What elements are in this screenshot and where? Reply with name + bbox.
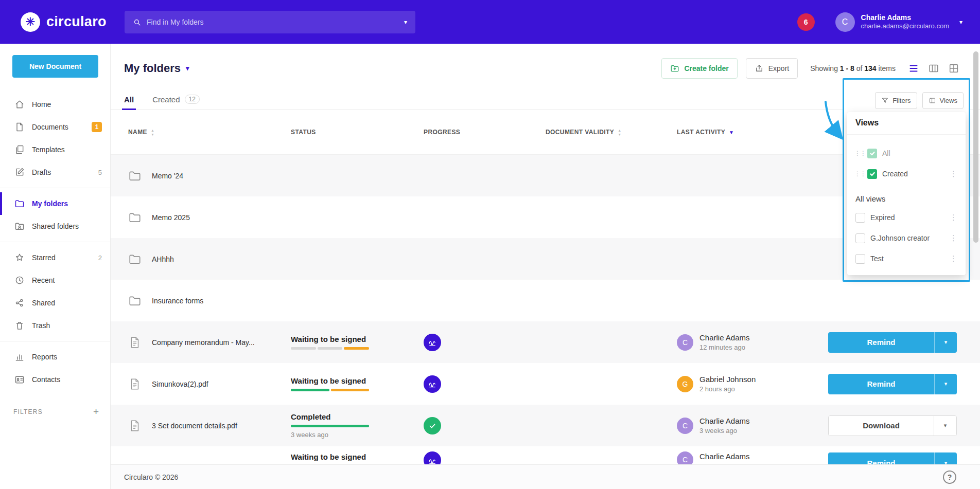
- views-dropdown: Views ⋮⋮ All ⋮⋮ Created ⋮ All views Exp: [847, 112, 966, 275]
- bar-chart-icon: [14, 352, 25, 362]
- kebab-menu-icon[interactable]: ⋮: [948, 254, 959, 263]
- sidebar-item-documents[interactable]: Documents 1: [0, 116, 110, 138]
- checkbox-unchecked[interactable]: [855, 254, 865, 264]
- checkbox-unchecked[interactable]: [855, 213, 865, 223]
- drafts-icon: [14, 167, 25, 177]
- sidebar-item-shared-folders[interactable]: Shared folders: [0, 215, 110, 238]
- sidebar-item-shared[interactable]: Shared: [0, 292, 110, 314]
- action-dropdown-caret-icon[interactable]: ▾: [934, 416, 956, 436]
- status-label: Waiting to be signed: [291, 376, 366, 385]
- add-filter-button[interactable]: +: [93, 406, 99, 418]
- remind-split-button[interactable]: Remind ▾: [828, 374, 957, 394]
- kebab-menu-icon[interactable]: ⋮: [948, 213, 959, 222]
- remind-button[interactable]: Remind: [828, 374, 934, 394]
- showing-items-count: Showing 1 - 8 of 134 items: [810, 64, 896, 73]
- document-name[interactable]: Company memorandum - May...: [152, 338, 255, 347]
- remind-button[interactable]: Remind: [828, 452, 934, 464]
- page-title[interactable]: My folders ▾: [124, 62, 189, 75]
- list-view-toggle[interactable]: [908, 63, 919, 74]
- progress-bar: [291, 347, 369, 350]
- help-button[interactable]: ?: [943, 470, 956, 484]
- download-split-button[interactable]: Download ▾: [828, 415, 957, 436]
- column-header-validity[interactable]: DOCUMENT VALIDITY ▲▼: [546, 110, 677, 154]
- export-button[interactable]: Export: [746, 58, 798, 79]
- checkbox-checked[interactable]: [867, 169, 877, 179]
- user-name: Charlie Adams: [861, 13, 949, 22]
- table-row[interactable]: Company memorandum - May... Waiting to b…: [111, 321, 980, 363]
- column-header-name[interactable]: NAME ▲▼: [111, 110, 291, 154]
- document-name[interactable]: Simunkova(2).pdf: [152, 380, 208, 388]
- vertical-scrollbar[interactable]: [973, 51, 978, 243]
- search-input[interactable]: [147, 18, 399, 26]
- folder-name[interactable]: Memo '24: [152, 172, 183, 180]
- trash-icon: [14, 320, 25, 331]
- sidebar-item-contacts[interactable]: Contacts: [0, 368, 110, 391]
- tab-created[interactable]: Created 12: [152, 95, 200, 110]
- folder-name[interactable]: AHhhh: [152, 255, 174, 263]
- column-header-activity[interactable]: LAST ACTIVITY ▼: [677, 110, 828, 154]
- column-header-status[interactable]: STATUS: [291, 110, 424, 154]
- notifications-badge[interactable]: 6: [797, 13, 815, 31]
- kebab-menu-icon[interactable]: ⋮: [948, 169, 959, 178]
- filters-button[interactable]: Filters: [875, 92, 917, 109]
- table-row[interactable]: 3 Set document details.pdf Completed 3 w…: [111, 405, 980, 446]
- drag-handle-icon[interactable]: ⋮⋮: [854, 170, 862, 177]
- view-item-gjohnson-creator[interactable]: G.Johnson creator ⋮: [847, 228, 966, 248]
- brand-logo[interactable]: ✳ circularo: [21, 0, 107, 44]
- user-menu-caret-icon: ▾: [959, 19, 962, 26]
- view-item-expired[interactable]: Expired ⋮: [847, 207, 966, 228]
- global-search[interactable]: ▾: [125, 11, 415, 33]
- remind-button[interactable]: Remind: [828, 332, 934, 353]
- signature-pending-icon[interactable]: [424, 334, 441, 351]
- download-button[interactable]: Download: [829, 416, 934, 436]
- sidebar-item-drafts[interactable]: Drafts 5: [0, 161, 110, 184]
- search-scope-caret-icon[interactable]: ▾: [404, 19, 407, 26]
- user-menu[interactable]: C Charlie Adams charlie.adams@circularo.…: [835, 12, 962, 32]
- tab-all[interactable]: All: [124, 95, 134, 110]
- sort-desc-icon[interactable]: ▼: [729, 130, 734, 135]
- folder-plus-icon: [670, 64, 679, 73]
- home-icon: [14, 99, 25, 110]
- table-row[interactable]: Waiting to be signed C Charlie Adams R: [111, 446, 980, 464]
- sidebar-item-recent[interactable]: Recent: [0, 269, 110, 292]
- view-item-created[interactable]: ⋮⋮ Created ⋮: [847, 164, 966, 184]
- sidebar-item-trash[interactable]: Trash: [0, 314, 110, 337]
- views-button[interactable]: Views: [922, 92, 964, 109]
- create-folder-button[interactable]: Create folder: [661, 58, 737, 79]
- footer: Circularo © 2026 ?: [111, 464, 980, 489]
- completed-check-icon[interactable]: [424, 417, 441, 434]
- topbar: ✳ circularo ▾ 6 C Charlie Adams charlie.…: [0, 0, 980, 44]
- sort-icon[interactable]: ▲▼: [618, 129, 621, 136]
- column-header-progress[interactable]: PROGRESS: [424, 110, 546, 154]
- table-row[interactable]: Simunkova(2).pdf Waiting to be signed G …: [111, 363, 980, 405]
- table-view-toggle[interactable]: [928, 63, 939, 74]
- folder-icon: [128, 169, 142, 183]
- action-dropdown-caret-icon[interactable]: ▾: [934, 452, 957, 464]
- signature-pending-icon[interactable]: [424, 375, 441, 393]
- sidebar-item-templates[interactable]: Templates: [0, 138, 110, 161]
- signature-pending-icon[interactable]: [424, 451, 441, 464]
- remind-split-button[interactable]: Remind ▾: [828, 332, 957, 353]
- sidebar-item-reports[interactable]: Reports: [0, 346, 110, 368]
- folder-name[interactable]: Insurance forms: [152, 297, 203, 305]
- view-item-test[interactable]: Test ⋮: [847, 248, 966, 269]
- sidebar-item-starred[interactable]: Starred 2: [0, 246, 110, 269]
- document-name[interactable]: 3 Set document details.pdf: [152, 422, 237, 430]
- action-dropdown-caret-icon[interactable]: ▾: [934, 374, 957, 394]
- new-document-button[interactable]: New Document: [12, 55, 98, 78]
- sort-icon[interactable]: ▲▼: [151, 129, 154, 136]
- drag-handle-icon[interactable]: ⋮⋮: [854, 150, 862, 157]
- grid-view-toggle[interactable]: [948, 63, 959, 74]
- remind-split-button[interactable]: Remind ▾: [828, 452, 957, 464]
- kebab-menu-icon[interactable]: ⋮: [948, 233, 959, 243]
- table-row[interactable]: Insurance forms: [111, 280, 980, 321]
- actor-name: Gabriel Johnson: [699, 374, 756, 385]
- funnel-icon: [881, 97, 889, 104]
- view-item-all[interactable]: ⋮⋮ All: [847, 143, 966, 164]
- folder-name[interactable]: Memo 2025: [152, 213, 190, 222]
- checkbox-checked[interactable]: [867, 149, 877, 158]
- sidebar-item-my-folders[interactable]: My folders: [0, 192, 110, 215]
- sidebar-item-home[interactable]: Home: [0, 93, 110, 116]
- action-dropdown-caret-icon[interactable]: ▾: [934, 332, 957, 353]
- checkbox-unchecked[interactable]: [855, 233, 865, 243]
